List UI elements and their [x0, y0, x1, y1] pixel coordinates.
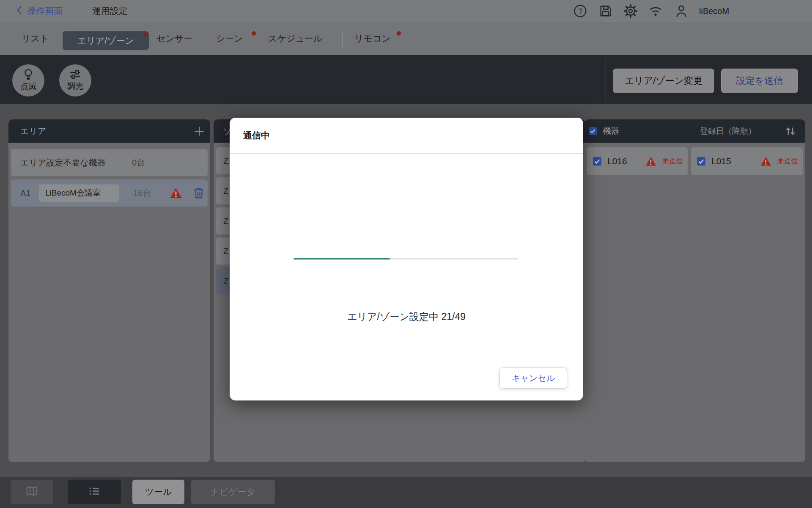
- warning-icon: [645, 156, 656, 168]
- area-row-unassigned[interactable]: エリア設定不要な機器 0台: [11, 149, 208, 176]
- dimming-button[interactable]: 調光: [59, 64, 91, 97]
- tool-button[interactable]: ツール: [132, 480, 184, 504]
- help-icon[interactable]: ?: [573, 4, 587, 18]
- tab-divider: [207, 30, 207, 47]
- toolbar-divider: [105, 57, 105, 102]
- tab-schedule[interactable]: スケジュール: [268, 22, 322, 55]
- area-id: A1: [20, 179, 30, 207]
- modal-title: 通信中: [243, 118, 270, 153]
- gear-icon[interactable]: [623, 4, 638, 18]
- chevron-left-icon: [16, 6, 22, 17]
- progress-status-text: エリア/ゾーン設定中 21/49: [230, 310, 583, 323]
- tab-sensor[interactable]: センサー: [156, 22, 192, 55]
- page-title: 運用設定: [92, 0, 128, 22]
- tab-divider: [342, 30, 343, 47]
- map-view-button[interactable]: [11, 480, 53, 504]
- modal-header-divider: [230, 153, 583, 154]
- add-area-icon[interactable]: [193, 125, 205, 139]
- user-icon[interactable]: [674, 4, 689, 18]
- notification-dot: [144, 32, 148, 36]
- dimming-label: 調光: [59, 81, 91, 92]
- tab-divider: [259, 30, 259, 47]
- change-area-zone-button[interactable]: エリア/ゾーン変更: [613, 69, 714, 93]
- device-card-l015[interactable]: L015 未送信: [691, 147, 803, 175]
- device-checkbox[interactable]: [593, 157, 601, 167]
- device-label: L015: [711, 147, 731, 175]
- toolbar-divider: [606, 57, 606, 102]
- send-settings-button[interactable]: 設定を送信: [721, 69, 798, 93]
- notification-dot: [252, 31, 256, 36]
- warning-icon: [170, 187, 182, 201]
- area-name-input[interactable]: [39, 185, 119, 202]
- bottom-bar: ツール ナビゲータ: [0, 477, 812, 508]
- unsent-badge: 未送信: [662, 147, 683, 175]
- wifi-icon: [648, 4, 663, 18]
- select-all-checkbox[interactable]: [589, 127, 597, 137]
- progress-bar: [294, 258, 518, 260]
- notification-dot: [397, 31, 401, 36]
- device-count: 16台: [133, 179, 151, 207]
- list-view-button[interactable]: [68, 480, 121, 504]
- tab-area-zone[interactable]: エリア/ゾーン: [63, 31, 149, 50]
- back-label: 操作画面: [27, 5, 63, 17]
- device-card-l016[interactable]: L016 未送信: [587, 147, 688, 175]
- navigator-button[interactable]: ナビゲータ: [191, 480, 275, 504]
- device-panel-title: 機器: [603, 119, 620, 143]
- cancel-button[interactable]: キャンセル: [499, 367, 567, 389]
- save-icon[interactable]: [598, 4, 613, 18]
- warning-icon: [760, 156, 771, 168]
- area-panel-header: エリア: [8, 119, 210, 143]
- tab-scene[interactable]: シーン: [216, 22, 243, 55]
- progress-fill: [294, 258, 390, 260]
- svg-text:?: ?: [578, 7, 582, 16]
- device-panel-header: 機器 登録日（降順）: [584, 119, 805, 143]
- blink-button[interactable]: 点滅: [12, 64, 44, 97]
- modal-footer-divider: [230, 358, 583, 358]
- communication-modal: 通信中 エリア/ゾーン設定中 21/49 キャンセル: [230, 118, 583, 400]
- tab-bar: リスト エリア/ゾーン センサー シーン スケジュール リモコン: [0, 22, 812, 55]
- action-toolbar: 点滅 調光 エリア/ゾーン変更 設定を送信: [0, 55, 812, 104]
- device-label: L016: [607, 147, 627, 175]
- device-panel: 機器 登録日（降順） L016 未送信 L015 未送信: [584, 119, 805, 462]
- user-name: liBecoM: [699, 0, 729, 22]
- sort-label[interactable]: 登録日（降順）: [700, 119, 756, 143]
- tab-list[interactable]: リスト: [22, 22, 49, 55]
- list-icon: [88, 485, 101, 500]
- tab-remote[interactable]: リモコン: [354, 22, 391, 55]
- blink-label: 点滅: [12, 81, 44, 92]
- sort-arrows-icon[interactable]: [785, 125, 796, 139]
- area-panel-title: エリア: [20, 119, 46, 143]
- device-count: 0台: [132, 149, 145, 176]
- device-checkbox[interactable]: [697, 157, 705, 167]
- area-panel: エリア エリア設定不要な機器 0台 A1 16台: [8, 119, 210, 462]
- map-icon: [25, 485, 38, 500]
- trash-icon[interactable]: [192, 187, 205, 201]
- app-screen: 操作画面 運用設定 ? liBecoM リスト エリア/ゾーン センサー シーン: [0, 0, 812, 508]
- area-row-a1[interactable]: A1 16台: [11, 179, 208, 207]
- back-button[interactable]: 操作画面: [16, 0, 63, 22]
- top-bar: 操作画面 運用設定 ? liBecoM: [0, 0, 812, 22]
- unsent-badge: 未送信: [777, 147, 798, 175]
